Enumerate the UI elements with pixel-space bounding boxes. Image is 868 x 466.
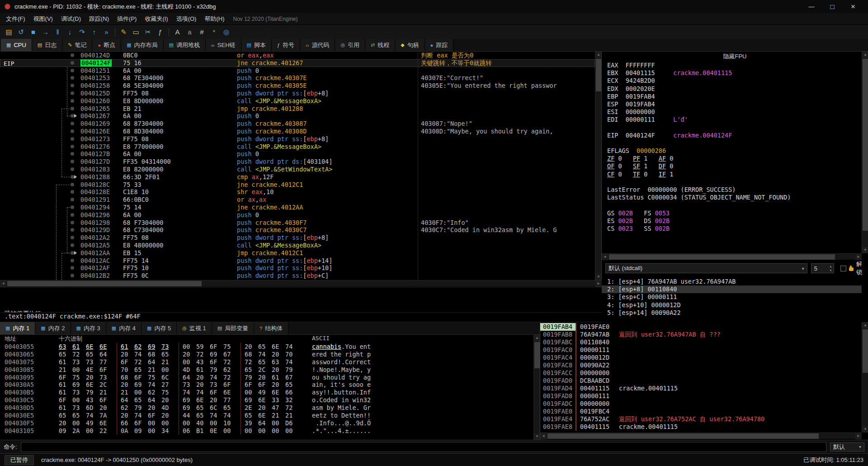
stack-arg-row[interactable]: 2: [esp+8] 00110840 — [602, 285, 862, 293]
scroll-left-icon[interactable] — [540, 433, 547, 439]
tab-memory-map[interactable]: ▦内存布局 — [121, 39, 163, 51]
scroll-up-icon[interactable] — [862, 52, 868, 58]
disasm-row[interactable]: 0040129475 14jne crackme.4012AA — [0, 204, 595, 211]
stack-row[interactable]: 0019FAC40000012D — [540, 354, 868, 361]
register-line[interactable]: CF 0 TF 0 IF 1 — [602, 171, 868, 178]
disasm-row[interactable]: 0040128EC1E8 10shr eax,10 — [0, 188, 595, 196]
stack-row[interactable]: 0019FAD400401115crackme.00401115 — [540, 385, 868, 392]
stack-row[interactable]: 0019FAE800401115crackme.00401115 — [540, 423, 868, 431]
dump-row[interactable]: 0040306565726564207468652072696768742070… — [0, 351, 540, 358]
tab-source[interactable]: ‹›源代码 — [300, 39, 335, 51]
scroll-down-icon[interactable] — [862, 247, 868, 253]
disasm-row[interactable]: 0040127B6A 00push 0 — [0, 150, 595, 158]
dump-tab-locals[interactable]: ▤局部变量 — [212, 322, 254, 334]
dump-row[interactable]: 004030A561696E2C206974277320736F6F6F2065… — [0, 381, 540, 389]
stack-row[interactable]: 0019FAB40019FAE0 — [540, 323, 868, 331]
fx-icon[interactable]: ƒ — [154, 26, 166, 38]
menu-item[interactable]: 文件(F) — [2, 13, 29, 24]
disasm-row[interactable]: 0040129D68 C7304000push crackme.4030C740… — [0, 226, 595, 234]
dump-row[interactable]: 004030C56F00436F64656420696E2077696E3332… — [0, 396, 540, 404]
breakpoint-dot[interactable] — [71, 160, 74, 163]
scroll-up-icon[interactable] — [862, 322, 868, 328]
breakpoint-dot[interactable] — [71, 251, 74, 255]
register-line[interactable]: ESP 0019FAB4 — [602, 100, 868, 108]
disassembly-hscrollbar[interactable] — [0, 280, 602, 286]
menu-item[interactable]: 跟踪(N) — [85, 13, 113, 24]
disasm-row[interactable]: 004012966A 00push 0 — [0, 211, 595, 219]
disasm-row[interactable]: 0040126968 87304000push crackme.40308740… — [0, 120, 595, 128]
register-line[interactable] — [602, 201, 868, 209]
scroll-left-icon[interactable] — [0, 281, 6, 287]
register-line[interactable]: ECX 9424B2D0 — [602, 77, 868, 85]
disasm-row[interactable]: 0040129868 F7304000push crackme.4030F740… — [0, 219, 595, 227]
breakpoint-dot[interactable] — [71, 198, 74, 201]
breakpoint-dot[interactable] — [71, 205, 74, 209]
register-line[interactable]: EFLAGS 00000286 — [602, 147, 868, 155]
dump-row[interactable]: 004030D561736D206279204D69656C652E204772… — [0, 404, 540, 412]
stepper-arrows-icon[interactable]: ▴▾ — [827, 264, 834, 272]
register-line[interactable] — [602, 124, 868, 132]
step-into-icon[interactable]: ↓ — [64, 26, 76, 38]
breakpoint-dot[interactable] — [71, 228, 74, 232]
stack-arg-row[interactable]: 4: [esp+10] 0000012D — [602, 301, 862, 309]
breakpoint-dot[interactable] — [71, 129, 74, 133]
registers-hscrollbar[interactable] — [602, 253, 862, 260]
breakpoint-dot[interactable] — [71, 152, 74, 156]
disasm-row[interactable]: 00401260E8 8D000000call <JMP.&MessageBox… — [0, 97, 595, 105]
breakpoint-dot[interactable] — [71, 53, 74, 57]
disasm-row[interactable]: 0040124F75 16jne crackme.401267关键跳转，不等于0… — [0, 59, 595, 67]
stack-row[interactable]: 0019FABC00110840 — [540, 338, 868, 346]
step-over-icon[interactable]: ↷ — [76, 26, 88, 38]
disasm-row[interactable]: 004012ACFF75 14push dword ptr ss:[ebp+14… — [0, 257, 595, 265]
patch-icon[interactable]: ▭ — [130, 26, 142, 38]
disasm-row[interactable]: 004012A2FF75 08push dword ptr ss:[ebp+8] — [0, 234, 595, 242]
register-line[interactable]: EAX FFFFFFFF — [602, 62, 868, 69]
menu-item[interactable]: 收藏夹(I) — [141, 13, 172, 24]
dump-vscrollbar[interactable] — [533, 335, 540, 440]
disasm-row[interactable]: 0040124D0BC0or eax,eax判断 eax 是否为0 — [0, 52, 595, 59]
register-line[interactable] — [602, 178, 868, 186]
tab-references[interactable]: ◎引用 — [335, 39, 365, 51]
dump-row[interactable]: 0040305563616E6E6162697300596F7520656E74… — [0, 343, 540, 351]
breakpoint-dot[interactable] — [71, 183, 74, 186]
breakpoint-dot[interactable] — [71, 190, 74, 194]
disassembly-vscrollbar[interactable] — [595, 52, 601, 280]
menu-item[interactable]: 视图(V) — [29, 13, 57, 24]
scroll-down-icon[interactable] — [534, 433, 540, 440]
register-line[interactable]: EIP 0040124F crackme.0040124F — [602, 132, 868, 139]
stop-icon[interactable]: ■ — [27, 26, 39, 38]
dump-row[interactable]: 004030956F752073686F756C6420747279206167… — [0, 374, 540, 381]
disasm-row[interactable]: 00401273FF75 08push dword ptr ss:[ebp+8] — [0, 135, 595, 143]
disasm-row[interactable]: 004012B2FF75 0Cpush dword ptr ss:[ebp+C] — [0, 272, 595, 280]
pause-icon[interactable]: ‖ — [52, 26, 64, 38]
dump-row[interactable]: 00403105092A00220A09003406B10E0000000000… — [0, 427, 540, 435]
disasm-row[interactable]: 004012AFFF75 10push dword ptr ss:[ebp+10… — [0, 264, 595, 272]
breakpoint-dot[interactable] — [71, 99, 74, 103]
register-line[interactable]: LastStatus C0000034 (STATUS_OBJECT_NAME_… — [602, 194, 868, 201]
disasm-row[interactable]: 00401276E8 77000000call <JMP.&MessageBox… — [0, 143, 595, 151]
disasm-row[interactable]: 004012AAEB 15jmp crackme.4012C1 — [0, 249, 595, 257]
disasm-row[interactable]: 0040126E68 8D304000push crackme.40308D40… — [0, 128, 595, 135]
breakpoint-dot[interactable] — [71, 236, 74, 239]
scroll-up-icon[interactable] — [595, 52, 602, 58]
tab-call-stack[interactable]: ▤调用堆栈 — [164, 39, 206, 51]
register-line[interactable]: EDI 00000111 L'đ' — [602, 116, 868, 124]
register-line[interactable] — [602, 139, 868, 147]
command-profile-select[interactable]: 默认 ▾ — [830, 442, 864, 452]
scroll-right-icon[interactable] — [595, 281, 602, 287]
stack-row[interactable]: 0019FAC000000111 — [540, 346, 868, 354]
stack-hscrollbar[interactable] — [540, 433, 862, 439]
stack-arg-row[interactable]: 3: [esp+C] 00000111 — [602, 293, 862, 301]
hide-fpu-button[interactable]: 隐藏FPU — [602, 52, 868, 62]
maximize-button[interactable] — [822, 0, 843, 13]
scroll-up-icon[interactable] — [534, 335, 540, 341]
stack-row[interactable]: 0019FAE00019FBC4 — [540, 408, 868, 415]
breakpoint-dot[interactable] — [71, 69, 74, 72]
disasm-row[interactable]: 0040125368 7E304000push crackme.40307E40… — [0, 74, 595, 82]
menu-item[interactable]: 调试(D) — [57, 13, 85, 24]
open-file-icon[interactable]: ▤ — [3, 26, 15, 38]
scroll-left-icon[interactable] — [602, 254, 608, 260]
tab-symbols[interactable]: ƒ符号 — [272, 39, 300, 51]
register-line[interactable]: LastError 00000000 (ERROR_SUCCESS) — [602, 186, 868, 194]
breakpoint-dot[interactable] — [71, 76, 74, 80]
